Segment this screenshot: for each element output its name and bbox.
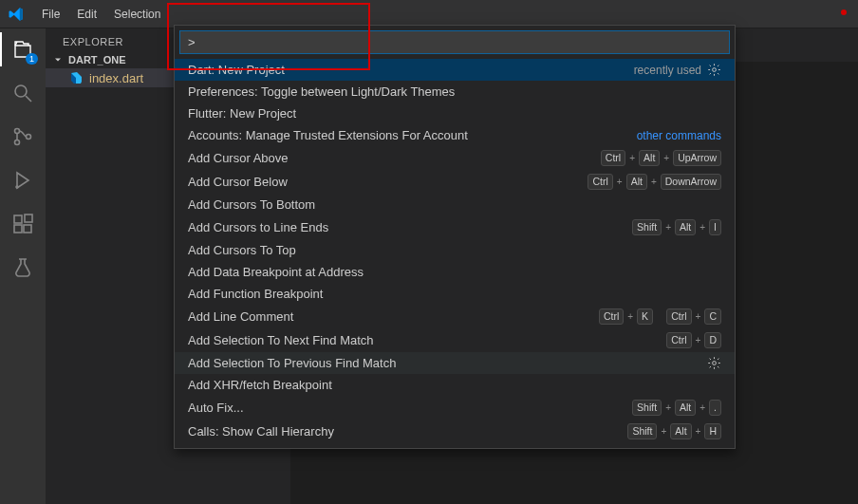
gear-icon[interactable]	[707, 63, 721, 77]
palette-row[interactable]: Add XHR/fetch Breakpoint	[175, 374, 735, 396]
plus: +	[627, 311, 633, 322]
palette-row-label: Calls: Show Incoming Calls	[188, 447, 338, 448]
svg-rect-6	[14, 215, 22, 223]
svg-point-0	[15, 85, 27, 97]
palette-row-label: Add Cursors To Top	[188, 243, 296, 257]
palette-row[interactable]: Accounts: Manage Trusted Extensions For …	[175, 124, 735, 146]
plus: +	[696, 426, 701, 437]
palette-row-label: Dart: New Project	[188, 63, 285, 77]
palette-row-label: Add Cursors To Bottom	[188, 197, 315, 212]
key: Alt	[670, 423, 691, 439]
palette-row-label: Accounts: Manage Trusted Extensions For …	[188, 128, 468, 142]
key: Shift	[632, 400, 662, 416]
palette-row-label: Add Cursor Below	[188, 175, 288, 189]
svg-point-3	[15, 140, 20, 145]
run-debug-icon[interactable]	[9, 167, 36, 194]
key: Ctrl	[666, 332, 691, 348]
key: DownArrow	[661, 174, 721, 190]
explorer-icon[interactable]: 1	[9, 36, 36, 63]
palette-row[interactable]: Add Data Breakpoint at Address	[175, 261, 735, 283]
key: K	[637, 308, 653, 325]
palette-row-label: Preferences: Toggle between Light/Dark T…	[188, 84, 455, 99]
annotation-dot	[841, 9, 847, 15]
plus: +	[665, 222, 671, 233]
hint-recent: recently used	[634, 64, 701, 77]
command-palette: Dart: New Projectrecently usedPreference…	[174, 25, 736, 449]
palette-row-label: Add Function Breakpoint	[188, 287, 323, 301]
chevron-down-icon	[51, 53, 65, 66]
palette-input-wrap	[175, 26, 735, 59]
palette-row[interactable]: Add Function Breakpoint	[175, 283, 735, 305]
key: D	[704, 332, 721, 348]
menu-edit[interactable]: Edit	[69, 4, 104, 25]
keybinding: Ctrl+K Ctrl+C	[599, 308, 721, 325]
palette-row[interactable]: Preferences: Toggle between Light/Dark T…	[175, 81, 735, 103]
palette-row[interactable]: Dart: New Projectrecently used	[175, 59, 735, 81]
key: Shift	[627, 423, 657, 439]
plus: +	[629, 153, 635, 163]
palette-row-label: Flutter: New Project	[188, 106, 296, 121]
palette-row[interactable]: Add Cursor AboveCtrl+Alt+UpArrow	[175, 146, 735, 170]
key: Ctrl	[588, 174, 612, 190]
svg-point-4	[27, 135, 31, 140]
keybinding: Ctrl+Alt+DownArrow	[588, 174, 721, 190]
palette-row-label: Add Cursors to Line Ends	[188, 220, 328, 234]
gear-icon[interactable]	[707, 356, 721, 370]
key: Ctrl	[599, 308, 624, 325]
search-icon[interactable]	[9, 80, 36, 106]
palette-input[interactable]	[179, 30, 730, 54]
key: Ctrl	[666, 308, 691, 325]
menu-file[interactable]: File	[34, 4, 67, 25]
key: C	[704, 308, 721, 325]
key: Alt	[626, 174, 647, 190]
palette-row[interactable]: Add Cursors to Line EndsShift+Alt+I	[175, 215, 735, 239]
palette-row-label: Add Selection To Next Find Match	[188, 333, 374, 347]
palette-row[interactable]: Add Cursor BelowCtrl+Alt+DownArrow	[175, 170, 735, 194]
palette-row[interactable]: Calls: Show Incoming Calls	[175, 443, 735, 448]
plus: +	[699, 222, 705, 233]
palette-row-label: Add Selection To Previous Find Match	[188, 356, 396, 370]
key: UpArrow	[673, 150, 721, 166]
palette-row-label: Add Cursor Above	[188, 151, 289, 165]
keybinding: Ctrl+D	[666, 332, 721, 348]
palette-row[interactable]: Flutter: New Project	[175, 103, 735, 124]
file-name: index.dart	[89, 71, 143, 85]
plus: +	[617, 177, 623, 187]
testing-icon[interactable]	[9, 254, 36, 281]
keybinding: Shift+Alt+I	[632, 219, 721, 235]
menu-selection[interactable]: Selection	[106, 4, 168, 25]
plus: +	[699, 402, 705, 413]
palette-list[interactable]: Dart: New Projectrecently usedPreference…	[175, 59, 735, 448]
hint-other-commands[interactable]: other commands	[637, 129, 721, 142]
palette-row[interactable]: Add Line CommentCtrl+K Ctrl+C	[175, 305, 735, 328]
svg-point-10	[713, 68, 717, 72]
palette-row[interactable]: Add Cursors To Bottom	[175, 194, 735, 215]
keybinding: Shift+Alt+.	[632, 400, 721, 416]
palette-row-label: Calls: Show Call Hierarchy	[188, 424, 334, 439]
key: Shift	[632, 219, 662, 235]
palette-row[interactable]: Add Cursors To Top	[175, 239, 735, 261]
svg-rect-7	[14, 225, 22, 233]
palette-row-label: Add Data Breakpoint at Address	[188, 265, 364, 279]
activity-bar: 1	[0, 28, 46, 504]
palette-row[interactable]: Auto Fix...Shift+Alt+.	[175, 396, 735, 420]
source-control-icon[interactable]	[9, 123, 36, 150]
folder-name: DART_ONE	[68, 54, 126, 65]
extensions-icon[interactable]	[9, 211, 36, 237]
keybinding: Shift+Alt+H	[627, 423, 721, 439]
explorer-badge: 1	[26, 53, 38, 65]
svg-line-1	[26, 96, 31, 102]
palette-row[interactable]: Add Selection To Previous Find Match	[175, 352, 735, 374]
palette-row[interactable]: Calls: Show Call HierarchyShift+Alt+H	[175, 420, 735, 443]
key: I	[709, 219, 721, 235]
plus: +	[663, 153, 669, 163]
svg-point-5	[16, 186, 18, 188]
palette-row[interactable]: Add Selection To Next Find MatchCtrl+D	[175, 328, 735, 352]
svg-rect-8	[24, 225, 31, 233]
key: Ctrl	[601, 150, 625, 166]
svg-point-2	[15, 129, 20, 134]
plus: +	[696, 335, 701, 345]
palette-row-label: Add XHR/fetch Breakpoint	[188, 378, 332, 392]
svg-rect-9	[25, 215, 32, 222]
key: Alt	[675, 400, 696, 416]
